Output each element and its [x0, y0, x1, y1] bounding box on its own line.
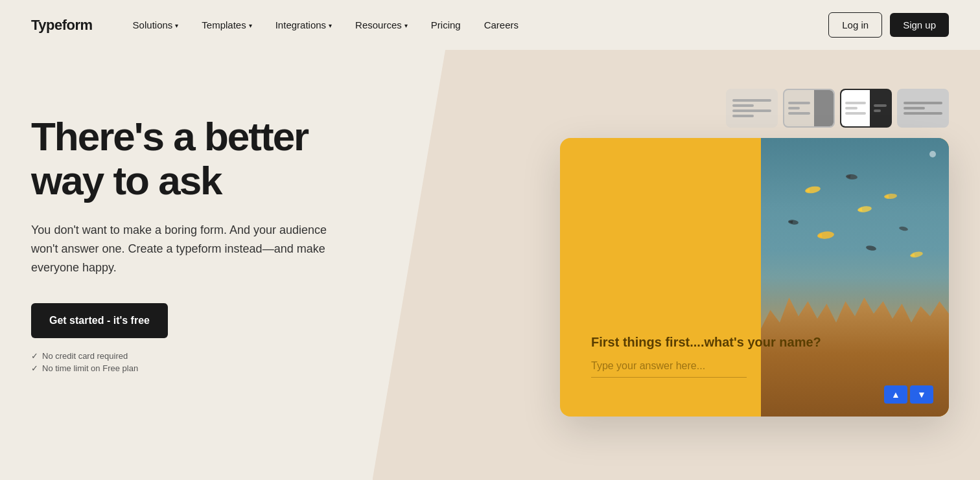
chevron-down-icon: ▾: [249, 22, 252, 29]
check-icon: ✓: [31, 363, 38, 373]
form-question: First things first....what's your name?: [591, 335, 918, 350]
trust-item-2: ✓ No time limit on Free plan: [31, 363, 472, 373]
form-nav-up-button[interactable]: ▲: [884, 385, 907, 404]
nav-pricing[interactable]: Pricing: [422, 14, 470, 36]
hero-right: First things first....what's your name? …: [472, 76, 949, 417]
check-icon: ✓: [31, 351, 38, 361]
cta-button[interactable]: Get started - it's free: [31, 303, 168, 338]
signup-button[interactable]: Sign up: [890, 13, 949, 37]
nav-links: Solutions ▾ Templates ▾ Integrations ▾ R…: [124, 14, 829, 36]
nav-careers[interactable]: Careers: [475, 14, 528, 36]
chevron-down-icon: ▾: [329, 22, 332, 29]
nav-actions: Log in Sign up: [828, 12, 949, 38]
hero-subtitle: You don't want to make a boring form. An…: [31, 221, 329, 277]
layout-thumb-dark[interactable]: [840, 89, 892, 128]
hero-title: There's a better way to ask: [31, 115, 472, 203]
nav-resources[interactable]: Resources ▾: [346, 14, 417, 36]
chevron-down-icon: ▾: [404, 22, 408, 29]
layout-thumb-gray[interactable]: [897, 89, 949, 128]
logo[interactable]: Typeform: [31, 17, 93, 34]
layout-thumb-split[interactable]: [783, 89, 835, 128]
trust-item-1: ✓ No credit card required: [31, 351, 472, 361]
form-navigation: ▲ ▼: [884, 385, 933, 404]
login-button[interactable]: Log in: [828, 12, 882, 38]
hero-left: There's a better way to ask You don't wa…: [31, 76, 472, 373]
hero-section: There's a better way to ask You don't wa…: [0, 50, 980, 480]
trust-list: ✓ No credit card required ✓ No time limi…: [31, 351, 472, 373]
navbar: Typeform Solutions ▾ Templates ▾ Integra…: [0, 0, 980, 50]
form-dot: [929, 151, 936, 157]
layout-selector: [726, 89, 949, 128]
form-input-placeholder: Type your answer here...: [591, 360, 747, 378]
nav-templates[interactable]: Templates ▾: [192, 14, 261, 36]
chevron-down-icon: ▾: [175, 22, 178, 29]
layout-thumb-text[interactable]: [726, 89, 778, 128]
nav-integrations[interactable]: Integrations ▾: [266, 14, 341, 36]
nav-solutions[interactable]: Solutions ▾: [124, 14, 188, 36]
form-nav-down-button[interactable]: ▼: [910, 385, 933, 404]
form-preview-card: First things first....what's your name? …: [560, 138, 949, 417]
